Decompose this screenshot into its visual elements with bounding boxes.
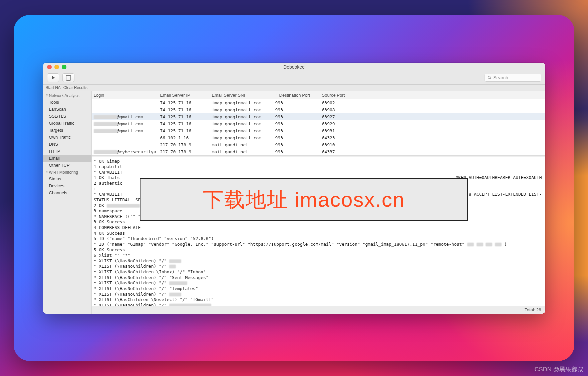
search-placeholder: Search (494, 75, 508, 80)
sidebar-heading-network: # Network Analysis (43, 92, 91, 99)
window-title: Debookee (283, 64, 305, 70)
sidebar-item-status[interactable]: Status (43, 175, 91, 182)
search-icon (488, 76, 492, 80)
col-sni[interactable]: Email Server SNI (212, 93, 275, 98)
table-row[interactable]: 217.70.178.9mail.gandi.net99363910 (92, 141, 545, 148)
table-row[interactable]: 74.125.71.16imap.googlemail.com99363908 (92, 106, 545, 113)
sidebar: # Network Analysis ToolsLanScanSSL/TLSGl… (43, 91, 92, 314)
clear-results-label[interactable]: Clear Results (63, 85, 87, 90)
svg-line-1 (490, 78, 491, 79)
traffic-lights (47, 65, 66, 69)
sidebar-item-globaltraffic[interactable]: Global Traffic (43, 120, 91, 127)
sidebar-item-ssltls[interactable]: SSL/TLS (43, 113, 91, 120)
toolbar: Search (43, 71, 545, 85)
sidebar-item-email[interactable]: Email (43, 155, 91, 162)
minimize-icon[interactable] (54, 65, 59, 69)
sidebar-item-tools[interactable]: Tools (43, 99, 91, 106)
clear-button[interactable] (62, 73, 74, 82)
table-row[interactable]: @cybersecurityallia…217.70.178.9mail.gan… (92, 148, 545, 155)
sidebar-item-dns[interactable]: DNS (43, 141, 91, 148)
desktop-wallpaper: Debookee Search Start NA Clear Results #… (0, 0, 588, 376)
table-row[interactable]: @gmail.com74.125.71.16imap.googlemail.co… (92, 127, 545, 134)
svg-point-0 (488, 76, 490, 79)
col-login[interactable]: Login (92, 93, 160, 98)
sidebar-item-channels[interactable]: Channels (43, 189, 91, 196)
sidebar-item-targets[interactable]: Targets (43, 127, 91, 134)
download-watermark-overlay: 下载地址 imacosx.cn (140, 178, 468, 221)
col-dst[interactable]: ⌃Destination Port (275, 93, 322, 98)
sidebar-item-owntraffic[interactable]: Own Traffic (43, 134, 91, 141)
toolbar-labels: Start NA Clear Results (43, 85, 545, 91)
table-row[interactable]: 66.102.1.16imap.googlemail.com99364323 (92, 134, 545, 141)
close-icon[interactable] (47, 65, 52, 69)
sidebar-heading-wifi: # Wi-Fi Monitoring (43, 169, 91, 175)
col-src[interactable]: Source Port (322, 93, 545, 98)
zoom-icon[interactable] (62, 65, 66, 69)
total-label: Total: (525, 307, 535, 312)
status-footer: Total: 26 (92, 306, 545, 314)
sort-caret-icon: ⌃ (275, 93, 278, 97)
sidebar-item-othertcp[interactable]: Other TCP (43, 162, 91, 169)
presentation-card: Debookee Search Start NA Clear Results #… (14, 15, 574, 361)
search-input[interactable]: Search (485, 74, 541, 82)
table-row[interactable]: @gmail.com74.125.71.16imap.googlemail.co… (92, 113, 545, 120)
sidebar-item-devices[interactable]: Devices (43, 182, 91, 189)
table-row[interactable]: @gmail.com74.125.71.16imap.googlemail.co… (92, 120, 545, 127)
col-ip[interactable]: Email Server IP (160, 93, 212, 98)
column-headers: Login Email Server IP Email Server SNI ⌃… (92, 91, 545, 99)
table-row[interactable]: 74.125.71.16imap.googlemail.com99363902 (92, 99, 545, 106)
csdn-watermark: CSDN @黑果魏叔 (535, 365, 583, 373)
titlebar[interactable]: Debookee (43, 63, 545, 71)
start-na-label[interactable]: Start NA (46, 85, 61, 90)
total-value: 26 (536, 307, 541, 312)
sidebar-item-lanscan[interactable]: LanScan (43, 106, 91, 113)
sidebar-item-http[interactable]: HTTP (43, 148, 91, 155)
start-button[interactable] (47, 73, 59, 82)
table-body: 74.125.71.16imap.googlemail.com993639027… (92, 99, 545, 155)
